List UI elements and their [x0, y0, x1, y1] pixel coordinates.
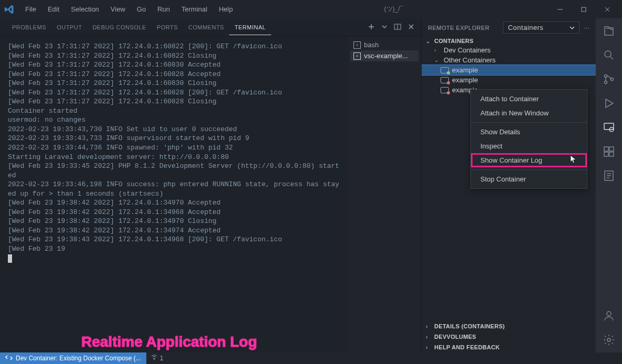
container-context-menu: Attach to Container Attach in New Window… — [470, 89, 587, 189]
status-bar: Dev Container: Existing Docker Compose (… — [0, 352, 622, 364]
sidebar-header: REMOTE EXPLORER Containers ··· — [422, 18, 596, 37]
search-icon[interactable] — [602, 48, 616, 62]
terminal-list-vsc-example[interactable]: > vsc-example... — [350, 50, 419, 61]
svg-line-9 — [610, 57, 613, 59]
remote-icon — [5, 354, 13, 363]
chevron-right-icon: › — [434, 47, 441, 53]
menu-stop-container[interactable]: Stop Container — [471, 172, 587, 186]
menu-terminal[interactable]: Terminal — [176, 3, 212, 15]
container-item-2[interactable]: example — [422, 75, 596, 85]
dropdown-label: Containers — [508, 24, 543, 31]
svg-point-12 — [611, 78, 614, 81]
split-terminal-icon[interactable] — [393, 23, 402, 32]
details-section[interactable]: › DETAILS (CONTAINERS) — [422, 321, 596, 331]
status-remote-label: Dev Container: Existing Docker Compose (… — [16, 355, 141, 362]
dev-containers-group[interactable]: › Dev Containers — [422, 45, 596, 55]
svg-rect-15 — [604, 147, 608, 151]
svg-rect-16 — [609, 147, 614, 151]
chevron-down-icon[interactable] — [382, 24, 387, 30]
chevron-down-icon — [570, 25, 575, 30]
container-stopped-icon — [441, 87, 449, 93]
svg-point-10 — [605, 75, 607, 78]
svg-point-25 — [153, 358, 155, 359]
menu-separator — [471, 122, 587, 123]
tree-item-label: example — [452, 66, 478, 74]
menu-go[interactable]: Go — [132, 3, 151, 15]
status-ports-count: 1 — [160, 355, 164, 362]
container-item-1[interactable]: example — [422, 65, 596, 75]
section-label: HELP AND FEEDBACK — [434, 344, 500, 350]
devvolumes-section[interactable]: › DEVVOLUMES — [422, 331, 596, 342]
annotation-overlay: Realtime Application Log — [81, 332, 257, 352]
svg-rect-17 — [604, 152, 608, 156]
panel-actions — [367, 23, 414, 32]
tree-item-label: Other Containers — [444, 56, 496, 64]
menu-inspect[interactable]: Inspect — [471, 139, 587, 153]
explorer-icon[interactable] — [602, 24, 616, 38]
terminal-list-bash[interactable]: > bash — [350, 39, 419, 50]
tab-ports[interactable]: PORTS — [152, 20, 183, 35]
vscode-logo — [4, 4, 15, 15]
container-running-icon — [441, 67, 449, 73]
source-control-icon[interactable] — [602, 72, 616, 87]
remote-explorer-icon[interactable] — [602, 120, 616, 135]
account-icon[interactable] — [602, 308, 616, 323]
menu-file[interactable]: File — [20, 3, 41, 15]
menu-edit[interactable]: Edit — [42, 3, 65, 15]
run-debug-icon[interactable] — [602, 96, 616, 111]
tab-problems[interactable]: PROBLEMS — [7, 20, 51, 35]
tab-comments[interactable]: COMMENTS — [183, 20, 229, 35]
window-title: (ツ)_/¯ — [238, 5, 550, 14]
chevron-right-icon: › — [426, 334, 432, 340]
panel-tabs: PROBLEMS OUTPUT DEBUG CONSOLE PORTS COMM… — [0, 18, 421, 37]
menu-show-details[interactable]: Show Details — [471, 125, 587, 139]
menu-view[interactable]: View — [105, 3, 131, 15]
menu-help[interactable]: Help — [213, 3, 238, 15]
help-section[interactable]: › HELP AND FEEDBACK — [422, 342, 596, 352]
remote-type-dropdown[interactable]: Containers — [503, 22, 580, 34]
section-label: DETAILS (CONTAINERS) — [434, 323, 505, 329]
broadcast-icon — [151, 354, 158, 363]
menu-attach-to-container[interactable]: Attach to Container — [471, 92, 587, 106]
titlebar: File Edit Selection View Go Run Terminal… — [0, 0, 622, 18]
svg-point-24 — [607, 338, 610, 341]
cursor-icon — [570, 155, 577, 166]
tab-debug-console[interactable]: DEBUG CONSOLE — [87, 20, 151, 35]
settings-gear-icon[interactable] — [602, 333, 616, 347]
sidebar-bottom-sections: › DETAILS (CONTAINERS) › DEVVOLUMES › HE… — [422, 321, 596, 352]
svg-point-8 — [605, 51, 611, 57]
new-terminal-icon[interactable] — [367, 23, 376, 32]
tab-output[interactable]: OUTPUT — [51, 20, 87, 35]
sidebar-title: REMOTE EXPLORER — [428, 25, 490, 31]
svg-point-23 — [607, 312, 611, 316]
close-button[interactable] — [599, 2, 615, 17]
other-containers-group[interactable]: ⌄ Other Containers — [422, 55, 596, 65]
terminal-output[interactable]: [Wed Feb 23 17:31:27 2022] 172.24.0.1:60… — [0, 37, 348, 352]
tab-terminal[interactable]: TERMINAL — [229, 20, 271, 35]
more-actions-icon[interactable]: ··· — [584, 25, 589, 31]
terminal-list: > bash > vsc-example... — [348, 37, 421, 352]
status-remote-indicator[interactable]: Dev Container: Existing Docker Compose (… — [0, 352, 146, 364]
menu-bar: File Edit Selection View Go Run Terminal… — [20, 3, 238, 15]
status-ports[interactable]: 1 — [146, 354, 168, 363]
containers-section[interactable]: ⌄ CONTAINERS — [422, 37, 596, 45]
terminal-list-label: bash — [364, 41, 379, 49]
chevron-right-icon: › — [426, 345, 432, 350]
kill-terminal-icon[interactable] — [408, 24, 414, 31]
terminal-list-label: vsc-example... — [364, 52, 408, 60]
section-label: DEVVOLUMES — [434, 334, 476, 340]
chevron-down-icon: ⌄ — [426, 38, 432, 44]
maximize-button[interactable] — [576, 2, 592, 17]
menu-attach-new-window[interactable]: Attach in New Window — [471, 106, 587, 120]
menu-run[interactable]: Run — [152, 3, 175, 15]
window-controls — [550, 2, 618, 17]
menu-selection[interactable]: Selection — [66, 3, 104, 15]
terminal-cursor — [8, 254, 12, 263]
terminal-icon: > — [353, 52, 361, 60]
minimize-button[interactable] — [552, 2, 568, 17]
extensions-icon[interactable] — [602, 144, 616, 159]
todo-icon[interactable] — [602, 168, 616, 183]
terminal-icon: > — [353, 41, 361, 49]
menu-show-container-log[interactable]: Show Container Log — [471, 153, 587, 167]
svg-point-11 — [605, 81, 607, 84]
